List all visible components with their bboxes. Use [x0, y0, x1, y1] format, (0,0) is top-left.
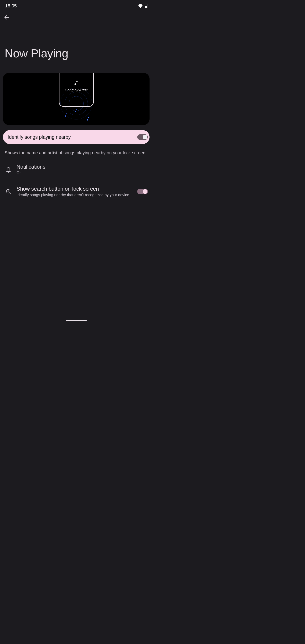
music-note-icon	[74, 80, 78, 86]
bell-icon	[5, 166, 12, 173]
illustration-song-label: Song by Artist	[65, 88, 87, 92]
identify-songs-toggle-row[interactable]: Identify songs playing nearby	[3, 130, 150, 144]
status-time: 18:05	[5, 3, 17, 9]
notifications-subtitle: On	[16, 170, 148, 176]
svg-rect-2	[145, 6, 147, 8]
show-search-button-subtitle: Identify songs playing nearby that aren'…	[16, 192, 133, 198]
identify-songs-description: Shows the name and artist of songs playi…	[0, 144, 152, 156]
notifications-title: Notifications	[16, 164, 148, 170]
status-indicators	[138, 4, 148, 8]
gesture-nav-bar[interactable]	[66, 320, 87, 321]
identify-songs-label: Identify songs playing nearby	[8, 134, 71, 140]
show-search-button-title: Show search button on lock screen	[16, 186, 133, 192]
svg-rect-1	[146, 4, 146, 4]
phone-outline: Song by Artist	[59, 73, 94, 107]
svg-line-5	[10, 193, 11, 194]
show-search-button-switch[interactable]	[137, 189, 148, 194]
status-bar: 18:05	[0, 0, 152, 10]
music-note-icon	[64, 113, 68, 118]
page-title: Now Playing	[0, 23, 152, 73]
show-search-button-row[interactable]: Show search button on lock screen Identi…	[0, 182, 152, 201]
battery-icon	[145, 4, 148, 8]
notifications-row[interactable]: Notifications On	[0, 160, 152, 179]
identify-songs-switch[interactable]	[137, 134, 148, 140]
music-note-icon	[86, 117, 90, 122]
wifi-icon	[138, 4, 143, 8]
back-icon[interactable]	[4, 17, 10, 21]
music-note-icon	[75, 109, 78, 113]
music-search-icon	[5, 188, 12, 194]
now-playing-illustration: Song by Artist	[3, 73, 150, 125]
